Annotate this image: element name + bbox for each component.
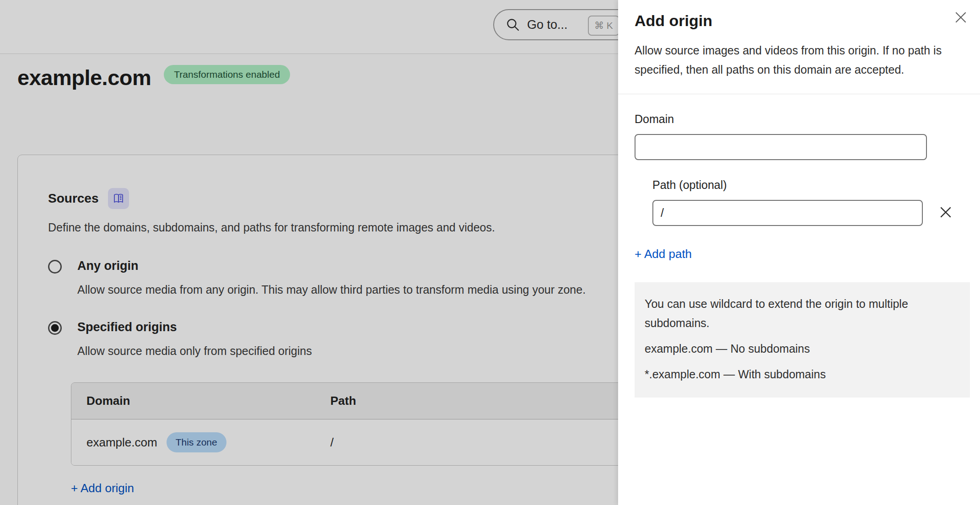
wildcard-info-box: You can use wildcard to extend the origi…: [635, 282, 970, 398]
path-input[interactable]: [652, 200, 923, 226]
close-icon[interactable]: [950, 6, 972, 28]
add-path-link[interactable]: + Add path: [635, 247, 692, 261]
screen: Go to... ⌘ K example.com Transformations…: [0, 0, 980, 505]
wildcard-example-with-subdomains: *.example.com — With subdomains: [645, 365, 959, 384]
path-label: Path (optional): [652, 178, 964, 192]
panel-title: Add origin: [635, 12, 964, 30]
panel-description: Allow source images and videos from this…: [635, 41, 950, 79]
domain-input[interactable]: [635, 134, 927, 160]
panel-divider: [618, 94, 980, 94]
path-group: Path (optional): [652, 178, 964, 226]
remove-path-icon[interactable]: [936, 202, 956, 222]
wildcard-example-no-subdomains: example.com — No subdomains: [645, 339, 959, 358]
domain-label: Domain: [635, 113, 964, 126]
wildcard-info-text: You can use wildcard to extend the origi…: [645, 294, 959, 333]
add-origin-panel: Add origin Allow source images and video…: [618, 0, 980, 505]
